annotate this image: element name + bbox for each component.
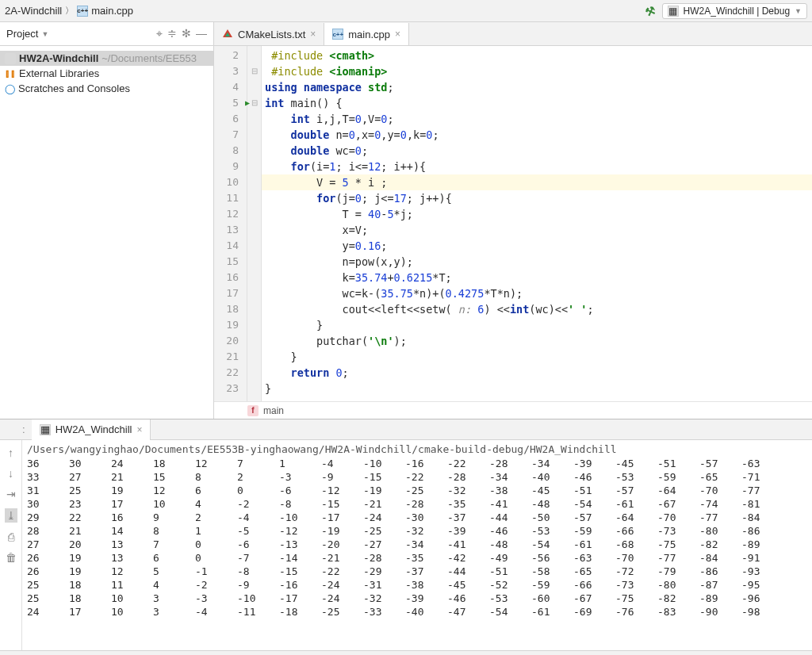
locate-icon[interactable]: ⌖ — [156, 27, 163, 40]
run-panel-colon: : — [22, 423, 25, 435]
editor-breadcrumb: f main — [214, 401, 812, 419]
top-navigation-bar: 2A-Windchill 〉 c++ main.cpp ⚒ ▦ HW2A_Win… — [0, 0, 812, 22]
console-exec-path: /Users/wangyinghao/Documents/EE553B-ying… — [27, 443, 812, 455]
editor-pane: CMakeLists.txt × c++ main.cpp × 2345▶678… — [214, 22, 812, 419]
tab-label: CMakeLists.txt — [238, 29, 305, 40]
sidebar-title-label: Project — [6, 28, 38, 40]
gear-icon[interactable]: ✻ — [182, 27, 191, 40]
run-config-label: HW2A_Windchill | Debug — [684, 6, 791, 17]
run-panel-body: ↑ ↓ ⇥ ⤓ ⎙ 🗑 /Users/wangyinghao/Documents… — [0, 440, 812, 650]
sidebar-title[interactable]: Project ▼ — [6, 28, 48, 40]
collapse-icon[interactable]: ≑ — [167, 27, 177, 40]
application-icon: ▦ — [40, 424, 51, 435]
close-icon[interactable]: × — [136, 424, 142, 435]
hide-icon[interactable]: — — [196, 27, 207, 40]
close-icon[interactable]: × — [310, 29, 316, 40]
tree-item-external-libs[interactable]: ⫿⫿ External Libraries — [0, 66, 213, 81]
run-config-selector[interactable]: ▦ HW2A_Windchill | Debug ▼ — [662, 3, 807, 19]
chevron-down-icon: ▼ — [795, 7, 802, 15]
breadcrumb: 2A-Windchill 〉 c++ main.cpp — [5, 5, 133, 17]
down-icon[interactable]: ↓ — [8, 467, 13, 480]
code-editor[interactable]: #include <cmath> #include <iomanip>using… — [262, 46, 812, 401]
line-number-gutter[interactable]: 2345▶67891011121314151617181920212223 — [214, 46, 247, 401]
build-icon[interactable]: ⚒ — [643, 3, 657, 18]
sidebar-header: Project ▼ ⌖ ≑ ✻ — — [0, 22, 213, 46]
tree-item-label: HW2A-Windchill — [19, 52, 98, 64]
project-tree[interactable]: HW2A-Windchill ~/Documents/EE553 ⫿⫿ Exte… — [0, 46, 213, 101]
editor-breadcrumb-label[interactable]: main — [263, 405, 284, 416]
console-output[interactable]: /Users/wangyinghao/Documents/EE553B-ying… — [22, 440, 812, 650]
scratches-icon: ◯ — [5, 83, 15, 94]
cmake-icon — [222, 29, 233, 40]
code-area: 2345▶67891011121314151617181920212223 ⊟⊟… — [214, 46, 812, 401]
up-icon[interactable]: ↑ — [8, 446, 13, 459]
function-icon: f — [247, 405, 259, 416]
print-icon[interactable]: ⎙ — [8, 531, 14, 543]
scroll-to-end-icon[interactable]: ⤓ — [5, 508, 17, 523]
library-icon: ⫿⫿ — [5, 67, 16, 79]
cpp-file-icon: c++ — [77, 6, 88, 17]
folder-icon — [5, 53, 16, 64]
cpp-file-icon: c++ — [332, 29, 343, 40]
trash-icon[interactable]: 🗑 — [6, 551, 17, 564]
application-icon: ▦ — [668, 6, 679, 17]
main-split: Project ▼ ⌖ ≑ ✻ — HW2A-Windchill ~/Docum… — [0, 22, 812, 419]
tree-item-scratches[interactable]: ◯ Scratches and Consoles — [0, 81, 213, 96]
toolbar-right: ⚒ ▦ HW2A_Windchill | Debug ▼ — [645, 3, 807, 19]
run-toolbar: ↑ ↓ ⇥ ⤓ ⎙ 🗑 — [0, 440, 22, 650]
breadcrumb-item[interactable]: 2A-Windchill — [5, 5, 62, 17]
soft-wrap-icon[interactable]: ⇥ — [6, 488, 16, 500]
run-tab[interactable]: ▦ HW2A_Windchill × — [32, 419, 151, 440]
status-bar — [0, 650, 812, 655]
run-panel: : ▦ HW2A_Windchill × ↑ ↓ ⇥ ⤓ ⎙ 🗑 /Users/… — [0, 419, 812, 650]
project-sidebar: Project ▼ ⌖ ≑ ✻ — HW2A-Windchill ~/Docum… — [0, 22, 214, 419]
tree-item-project[interactable]: HW2A-Windchill ~/Documents/EE553 — [0, 51, 213, 66]
console-table: 363024181271-4-10-16-22-28-34-39-45-51-5… — [27, 457, 783, 619]
tab-cmakelists[interactable]: CMakeLists.txt × — [214, 23, 324, 45]
tree-item-label: Scratches and Consoles — [18, 82, 130, 94]
chevron-right-icon: 〉 — [65, 5, 74, 17]
tree-item-path: ~/Documents/EE553 — [102, 52, 197, 64]
chevron-down-icon: ▼ — [41, 30, 48, 38]
sidebar-toolbar: ⌖ ≑ ✻ — — [156, 27, 207, 40]
close-icon[interactable]: × — [395, 29, 400, 40]
tab-main-cpp[interactable]: c++ main.cpp × — [324, 23, 409, 45]
editor-tabs: CMakeLists.txt × c++ main.cpp × — [214, 22, 812, 46]
run-panel-tabs: : ▦ HW2A_Windchill × — [0, 419, 812, 440]
breadcrumb-item[interactable]: main.cpp — [91, 5, 133, 17]
tab-label: main.cpp — [348, 29, 390, 40]
tree-item-label: External Libraries — [19, 67, 99, 79]
run-tab-label: HW2A_Windchill — [56, 423, 132, 435]
